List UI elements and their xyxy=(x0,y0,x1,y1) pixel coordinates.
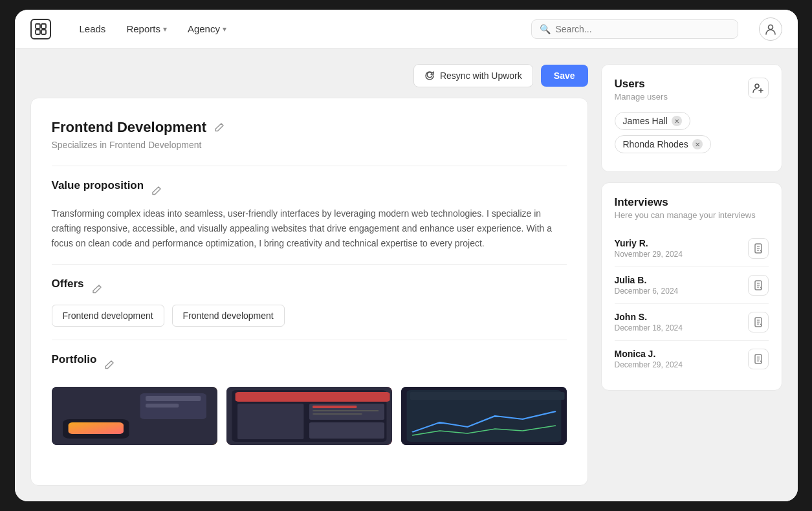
reports-chevron-icon: ▾ xyxy=(163,25,167,34)
interview-row-0: Yuriy R. November 29, 2024 xyxy=(615,230,769,267)
resync-label: Resync with Upwork xyxy=(440,71,522,81)
profile-title: Frontend Development xyxy=(52,119,207,136)
interviews-card-header: Interviews Here you can manage your inte… xyxy=(615,196,769,220)
svg-rect-18 xyxy=(313,410,379,411)
offers-heading: Offers xyxy=(52,277,84,290)
nav-reports-label: Reports xyxy=(126,23,160,34)
interview-name-1: Julia B. xyxy=(615,275,679,285)
interview-doc-button-0[interactable] xyxy=(748,238,769,259)
svg-rect-9 xyxy=(146,396,201,401)
interviews-subtitle: Here you can manage your interviews xyxy=(615,210,756,220)
logo[interactable] xyxy=(30,19,51,39)
offers-row-header: Offers xyxy=(52,277,567,301)
svg-rect-2 xyxy=(36,30,40,34)
interview-doc-button-1[interactable] xyxy=(748,275,769,296)
resync-button[interactable]: Resync with Upwork xyxy=(413,64,533,87)
portfolio-heading: Portfolio xyxy=(52,353,97,366)
interview-name-0: Yuriy R. xyxy=(615,238,683,248)
save-button[interactable]: Save xyxy=(541,65,588,87)
remove-user-1[interactable]: ✕ xyxy=(692,139,703,149)
svg-rect-7 xyxy=(68,422,123,434)
search-icon: 🔍 xyxy=(540,24,551,34)
value-prop-edit-icon[interactable] xyxy=(150,184,163,197)
nav-links: Leads Reports ▾ Agency ▾ xyxy=(72,18,510,39)
profile-subtitle: Specializes in Frontend Development xyxy=(52,140,567,150)
portfolio-thumb-3[interactable] xyxy=(401,387,567,445)
nav-agency[interactable]: Agency ▾ xyxy=(180,18,234,39)
offers-list: Frontend development Frontend developmen… xyxy=(52,305,567,327)
title-edit-icon[interactable] xyxy=(213,121,226,134)
offers-edit-icon[interactable] xyxy=(91,283,104,296)
user-tag-name-0: James Hall xyxy=(623,116,668,126)
offer-tag-0: Frontend development xyxy=(52,305,164,327)
portfolio-grid xyxy=(52,387,567,445)
svg-rect-0 xyxy=(36,24,40,28)
svg-rect-22 xyxy=(410,392,564,400)
left-panel: Frontend Development Specializes in Fron… xyxy=(30,98,588,486)
user-tag-1: Rhonda Rhodes ✕ xyxy=(615,135,711,153)
user-tag-0: James Hall ✕ xyxy=(615,112,690,130)
svg-point-23 xyxy=(755,84,759,88)
portfolio-heading-row: Portfolio xyxy=(52,353,567,376)
main-area: Resync with Upwork Save Frontend Develop… xyxy=(15,49,798,501)
interview-row-3: Monica J. December 29, 2024 xyxy=(615,341,769,377)
interview-date-2: December 18, 2024 xyxy=(615,323,683,332)
interview-row-1: Julia B. December 6, 2024 xyxy=(615,267,769,304)
avatar-icon xyxy=(764,23,777,36)
logo-icon xyxy=(34,23,47,36)
interview-doc-button-2[interactable] xyxy=(748,312,769,332)
interview-date-1: December 6, 2024 xyxy=(615,287,679,296)
value-prop-row: Value proposition xyxy=(52,179,567,202)
svg-rect-3 xyxy=(41,30,46,34)
interview-name-2: John S. xyxy=(615,312,683,322)
nav-reports[interactable]: Reports ▾ xyxy=(118,18,175,39)
profile-title-row: Frontend Development xyxy=(52,119,567,136)
portfolio-thumb-2[interactable] xyxy=(226,387,392,445)
interviews-list: Yuriy R. November 29, 2024 xyxy=(615,230,769,377)
divider-3 xyxy=(52,340,567,340)
portfolio-thumb-1[interactable] xyxy=(52,387,217,445)
search-input[interactable] xyxy=(556,24,730,34)
svg-rect-1 xyxy=(41,24,46,28)
svg-point-4 xyxy=(768,25,773,29)
svg-rect-13 xyxy=(235,392,390,402)
nav-agency-label: Agency xyxy=(188,23,220,34)
portfolio-edit-icon[interactable] xyxy=(103,358,116,371)
nav-leads-label: Leads xyxy=(80,23,106,34)
interview-doc-button-3[interactable] xyxy=(748,349,769,369)
interviews-title: Interviews xyxy=(615,196,756,209)
right-sidebar: Users Manage users James Hal xyxy=(601,64,782,486)
svg-rect-19 xyxy=(313,413,362,415)
interview-name-3: Monica J. xyxy=(615,349,683,359)
divider-1 xyxy=(52,166,567,166)
add-user-button[interactable] xyxy=(748,78,769,98)
svg-rect-10 xyxy=(146,404,179,408)
interview-date-0: November 29, 2024 xyxy=(615,250,683,259)
users-card: Users Manage users James Hal xyxy=(601,64,782,172)
interview-row-2: John S. December 18, 2024 xyxy=(615,304,769,341)
search-bar[interactable]: 🔍 xyxy=(531,19,738,39)
navbar: Leads Reports ▾ Agency ▾ 🔍 xyxy=(15,10,798,49)
offer-tag-1: Frontend development xyxy=(172,305,285,327)
value-prop-heading: Value proposition xyxy=(52,179,144,192)
nav-leads[interactable]: Leads xyxy=(72,18,114,39)
svg-rect-16 xyxy=(309,422,384,439)
toolbar: Resync with Upwork Save xyxy=(30,64,588,87)
svg-rect-14 xyxy=(237,404,303,439)
svg-rect-17 xyxy=(313,406,357,408)
user-tag-name-1: Rhonda Rhodes xyxy=(623,139,688,149)
avatar[interactable] xyxy=(759,17,782,41)
users-tags: James Hall ✕ Rhonda Rhodes ✕ xyxy=(615,112,769,158)
interview-date-3: December 29, 2024 xyxy=(615,360,683,369)
remove-user-0[interactable]: ✕ xyxy=(672,116,682,126)
agency-chevron-icon: ▾ xyxy=(223,25,226,34)
users-subtitle: Manage users xyxy=(615,92,668,102)
users-title: Users xyxy=(615,78,668,91)
resync-icon xyxy=(424,71,435,81)
interviews-card: Interviews Here you can manage your inte… xyxy=(601,182,782,391)
divider-2 xyxy=(52,264,567,265)
users-card-header: Users Manage users xyxy=(615,78,769,102)
value-prop-text: Transforming complex ideas into seamless… xyxy=(52,206,567,251)
